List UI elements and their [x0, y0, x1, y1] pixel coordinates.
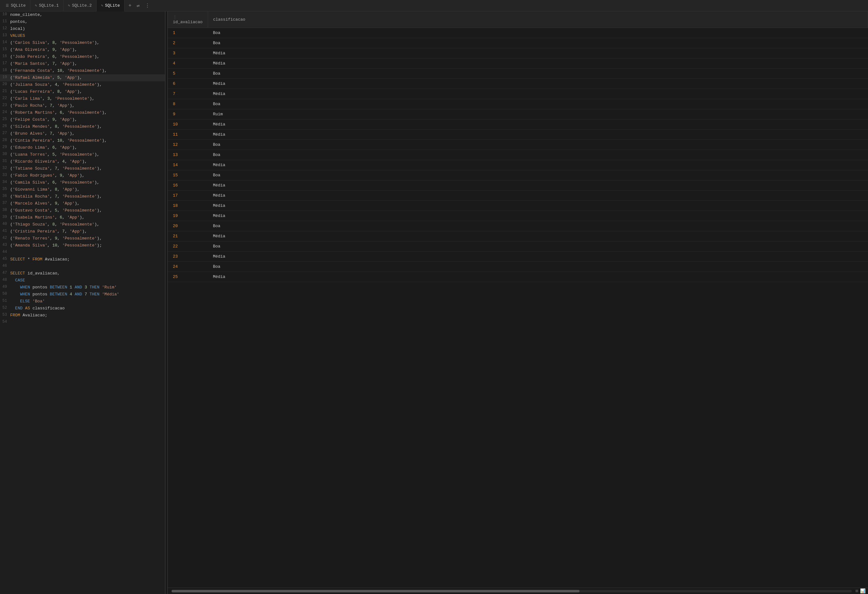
line-num-37: 37: [0, 200, 10, 205]
editor-panel[interactable]: 10 nome_cliente, 11 pontos, 12 local) 13…: [0, 12, 165, 594]
line-content-54: [10, 319, 165, 326]
cell-classificacao: Boa: [208, 99, 868, 109]
line-num-22: 22: [0, 96, 10, 100]
cell-id: 20: [168, 221, 208, 231]
line-content-44: [10, 249, 165, 256]
line-num-16: 16: [0, 54, 10, 59]
line-num-29: 29: [0, 144, 10, 149]
cell-id: 4: [168, 59, 208, 69]
cell-classificacao: Boa: [208, 262, 868, 272]
table-row: 13Boa: [168, 150, 868, 160]
line-num-11: 11: [0, 19, 10, 24]
code-line-30: 30 ('Luana Torres', 5, 'Pessoalmente'),: [0, 151, 165, 158]
code-line-17: 17 ('Maria Santos', 7, 'App'),: [0, 60, 165, 67]
cell-classificacao: Média: [208, 160, 868, 170]
cell-classificacao: Média: [208, 180, 868, 190]
line-num-48: 48: [0, 277, 10, 282]
code-line-47: 47 SELECT id_avaliacao,: [0, 270, 165, 277]
line-content-50: WHEN pontos BETWEEN 4 AND 7 THEN 'Média': [10, 291, 165, 298]
tab-bar: ☰ SQLite ✎ SQLite.1 ✎ SQLite.2 ✎ SQLite …: [0, 0, 868, 12]
table-row: 9Ruim: [168, 109, 868, 119]
line-num-49: 49: [0, 284, 10, 289]
cell-classificacao: Média: [208, 211, 868, 221]
col-header-id[interactable]: id_avaliacao: [173, 20, 203, 25]
table-row: 4Média: [168, 59, 868, 69]
code-line-14: 14 ('Carlos Silva', 8, 'Pessoalmente'),: [0, 39, 165, 46]
chart-view-icon[interactable]: 📊: [860, 588, 865, 594]
line-num-33: 33: [0, 172, 10, 177]
tab-label-1: SQLite.1: [39, 3, 59, 8]
code-line-10: 10 nome_cliente,: [0, 12, 165, 18]
cell-classificacao: Média: [208, 252, 868, 262]
code-line-27: 27 ('Bruno Alves', 7, 'App'),: [0, 130, 165, 137]
line-content-41: ('Cristina Pereira', 7, 'App'),: [10, 228, 165, 235]
horizontal-scrollbar[interactable]: [171, 590, 852, 593]
more-options-button[interactable]: ⋮: [143, 2, 151, 10]
table-container[interactable]: ⋮ id_avaliacao classificacao 1Boa2Boa3Mé…: [168, 12, 868, 588]
line-content-11: pontos,: [10, 19, 165, 25]
line-num-40: 40: [0, 221, 10, 226]
table-row: 23Média: [168, 252, 868, 262]
col-header-classificacao[interactable]: classificacao: [208, 12, 868, 28]
tab-sqlite-active[interactable]: ✎ SQLite: [97, 0, 124, 12]
main-content: 10 nome_cliente, 11 pontos, 12 local) 13…: [0, 12, 868, 594]
panel-divider[interactable]: [165, 12, 168, 594]
cell-id: 24: [168, 262, 208, 272]
code-line-35: 35 ('Giovanni Lima', 8, 'App'),: [0, 186, 165, 193]
share-tab-button[interactable]: ⇌: [135, 2, 141, 10]
cell-classificacao: Média: [208, 130, 868, 140]
line-num-10: 10: [0, 12, 10, 16]
cell-id: 9: [168, 109, 208, 119]
table-row: 17Média: [168, 190, 868, 201]
cell-id: 21: [168, 231, 208, 242]
cell-id: 5: [168, 69, 208, 79]
table-row: 11Média: [168, 130, 868, 140]
line-num-47: 47: [0, 270, 10, 275]
tab-edit-icon-1: ✎: [35, 3, 37, 7]
cell-id: 7: [168, 89, 208, 99]
line-content-26: ('Sílvia Mendes', 8, 'Pessoalmente'),: [10, 124, 165, 130]
grid-view-icon[interactable]: ⊞: [856, 588, 858, 594]
cell-classificacao: Média: [208, 201, 868, 211]
cell-id: 19: [168, 211, 208, 221]
line-content-28: ('Cíntia Pereira', 10, 'Pessoalmente'),: [10, 137, 165, 144]
code-line-51: 51 ELSE 'Boa': [0, 298, 165, 305]
line-content-40: ('Thiago Souza', 8, 'Pessoalmente'),: [10, 221, 165, 228]
table-row: 8Boa: [168, 99, 868, 109]
cell-id: 23: [168, 252, 208, 262]
table-row: 2Boa: [168, 38, 868, 48]
code-line-37: 37 ('Marcelo Alves', 9, 'App'),: [0, 200, 165, 207]
cell-id: 12: [168, 140, 208, 150]
tab-sqlite-2[interactable]: ✎ SQLite.2: [63, 0, 97, 12]
add-tab-button[interactable]: +: [127, 2, 133, 9]
line-num-28: 28: [0, 137, 10, 142]
table-row: 5Boa: [168, 69, 868, 79]
cell-id: 1: [168, 28, 208, 38]
line-content-35: ('Giovanni Lima', 8, 'App'),: [10, 186, 165, 193]
tab-actions: + ⇌ ⋮: [127, 2, 151, 10]
line-content-36: ('Natália Rocha', 7, 'Pessoalmente'),: [10, 193, 165, 200]
line-num-12: 12: [0, 26, 10, 31]
line-num-44: 44: [0, 249, 10, 254]
line-num-32: 32: [0, 165, 10, 170]
code-line-52: 52 END AS classificacao: [0, 305, 165, 312]
cell-id: 3: [168, 48, 208, 59]
code-line-22: 22 ('Carla Lima', 3, 'Pessoalmente'),: [0, 95, 165, 102]
line-content-16: ('João Pereira', 6, 'Pessoalmente'),: [10, 54, 165, 60]
tab-sqlite-main[interactable]: ☰ SQLite: [1, 0, 31, 12]
cell-id: 2: [168, 38, 208, 48]
cell-classificacao: Média: [208, 231, 868, 242]
code-line-46: 46: [0, 263, 165, 270]
line-num-53: 53: [0, 312, 10, 317]
cell-classificacao: Boa: [208, 38, 868, 48]
code-line-29: 29 ('Eduardo Lima', 6, 'App'),: [0, 144, 165, 151]
line-content-10: nome_cliente,: [10, 12, 165, 18]
code-line-45: 45 SELECT * FROM Avaliacao;: [0, 256, 165, 263]
line-num-50: 50: [0, 291, 10, 296]
cell-classificacao: Boa: [208, 150, 868, 160]
line-content-39: ('Isabela Martins', 6, 'App'),: [10, 214, 165, 221]
line-content-27: ('Bruno Alves', 7, 'App'),: [10, 131, 165, 137]
tab-sqlite-1[interactable]: ✎ SQLite.1: [31, 0, 63, 12]
cell-classificacao: Boa: [208, 170, 868, 180]
cell-classificacao: Média: [208, 119, 868, 130]
